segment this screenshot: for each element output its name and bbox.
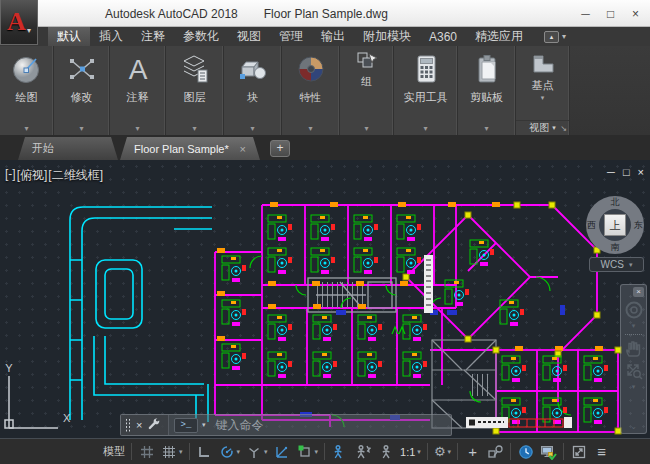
ribbon-tab-featured-apps[interactable]: 精选应用 bbox=[466, 27, 532, 46]
compass-east[interactable]: 东 bbox=[634, 219, 643, 232]
navbar-close-icon[interactable]: × bbox=[633, 287, 644, 297]
panel-block[interactable]: 块 ▾ bbox=[224, 46, 282, 135]
panel-modify[interactable]: 修改 ▾ bbox=[54, 46, 110, 135]
chevron-down-icon[interactable]: ▾ bbox=[202, 421, 206, 429]
divider bbox=[510, 443, 511, 460]
ribbon-tab-annotate[interactable]: 注释 bbox=[132, 27, 174, 46]
panel-expand-icon[interactable]: ▾ bbox=[135, 124, 139, 133]
command-line-grip-area[interactable]: × bbox=[121, 415, 169, 435]
wcs-dropdown[interactable]: WCS ▾ bbox=[589, 257, 644, 272]
object-snap-button[interactable]: ▾ bbox=[294, 441, 322, 463]
drawing-close-button[interactable]: × bbox=[638, 166, 644, 178]
navigation-bar[interactable]: × ▾ ▾ ⌄ bbox=[620, 284, 647, 434]
isolate-objects-button[interactable] bbox=[484, 441, 507, 463]
chevron-down-icon[interactable]: ▾ bbox=[315, 448, 319, 456]
viewport-menu-button[interactable]: [-] bbox=[5, 167, 16, 184]
panel-expand-icon[interactable]: ▾ bbox=[423, 124, 427, 133]
command-close-icon[interactable]: × bbox=[136, 420, 142, 431]
floor-plan-drawing[interactable] bbox=[0, 160, 650, 438]
chevron-down-icon[interactable]: ▾ bbox=[541, 94, 545, 102]
ribbon-tab-parametric[interactable]: 参数化 bbox=[174, 27, 228, 46]
command-line[interactable]: × >_ ▾ 键入命令 bbox=[120, 414, 452, 436]
ribbon-tab-a360[interactable]: A360 bbox=[420, 27, 466, 46]
compass-west[interactable]: 西 bbox=[587, 219, 596, 232]
navigation-wheel-icon[interactable] bbox=[624, 300, 644, 320]
annotation-scale-button[interactable]: 1:1 ▾ bbox=[397, 441, 424, 463]
panel-launcher-icon[interactable]: ↘ bbox=[560, 124, 567, 133]
compass-south[interactable]: 南 bbox=[611, 241, 620, 254]
panel-annotate[interactable]: A 注释 ▾ bbox=[110, 46, 166, 135]
ribbon-tab-output[interactable]: 输出 bbox=[312, 27, 354, 46]
view-cube-top-face[interactable]: 上 bbox=[604, 214, 626, 236]
ortho-mode-button[interactable] bbox=[193, 441, 216, 463]
panel-utilities[interactable]: 实用工具 ▾ bbox=[394, 46, 458, 135]
panel-expand-icon[interactable]: ▾ bbox=[79, 124, 83, 133]
panel-draw[interactable]: 绘图 ▾ bbox=[0, 46, 54, 135]
ribbon-tab-home[interactable]: 默认 bbox=[48, 27, 90, 46]
chevron-down-icon[interactable]: ▾ bbox=[179, 448, 183, 456]
snap-grid-icon bbox=[139, 444, 155, 460]
panel-expand-icon[interactable]: ▾ bbox=[308, 124, 312, 133]
panel-expand-icon[interactable]: ▾ bbox=[24, 124, 28, 133]
trusted-dwg-icon bbox=[540, 444, 557, 460]
drawing-canvas[interactable]: [-] [俯视] [二维线框] ─ □ × 北 南 西 东 上 WCS ▾ × bbox=[0, 160, 650, 438]
chevron-down-icon[interactable]: ▾ bbox=[417, 448, 421, 456]
ribbon-tab-addins[interactable]: 附加模块 bbox=[354, 27, 420, 46]
chevron-down-icon[interactable]: ▾ bbox=[237, 448, 241, 456]
workspace-switching-button[interactable]: ⚙ ▾ bbox=[431, 441, 454, 463]
object-snap-tracking-button[interactable] bbox=[271, 441, 294, 463]
drawing-minimize-button[interactable]: ─ bbox=[607, 166, 615, 178]
snap-mode-button[interactable] bbox=[135, 441, 158, 463]
pan-hand-icon[interactable] bbox=[624, 339, 643, 359]
tab-close-icon[interactable]: × bbox=[240, 143, 246, 155]
panel-expand-icon[interactable]: ▾ bbox=[364, 124, 368, 133]
view-group-footer[interactable]: 视图 ▾ ↘ bbox=[516, 120, 569, 135]
panel-view-base[interactable]: 基点 ▾ 视图 ▾ ↘ bbox=[516, 46, 570, 135]
panel-group[interactable]: 组 ▾ bbox=[340, 46, 394, 135]
tab-start[interactable]: 开始 bbox=[18, 137, 118, 160]
panel-expand-icon[interactable]: ▾ bbox=[250, 124, 254, 133]
application-menu-button[interactable]: A ▾ bbox=[0, 0, 38, 45]
isometric-drafting-button[interactable]: ▾ bbox=[243, 441, 271, 463]
navbar-more-icon[interactable]: ⌄ bbox=[630, 424, 637, 430]
panel-layers[interactable]: 图层 ▾ bbox=[166, 46, 224, 135]
panel-expand-icon[interactable]: ▾ bbox=[192, 124, 196, 133]
annotation-scale-person-button[interactable] bbox=[374, 441, 397, 463]
customization-button[interactable]: ≡ bbox=[590, 441, 613, 463]
polar-tracking-button[interactable]: ▾ bbox=[216, 441, 244, 463]
graphics-performance-button[interactable] bbox=[514, 441, 537, 463]
panel-expand-icon[interactable]: ▾ bbox=[484, 124, 488, 133]
view-control-button[interactable]: [俯视] bbox=[17, 167, 48, 184]
ribbon-tab-manage[interactable]: 管理 bbox=[270, 27, 312, 46]
chevron-down-icon[interactable]: ▾ bbox=[448, 448, 452, 456]
compass-north[interactable]: 北 bbox=[611, 196, 620, 209]
chevron-down-icon[interactable]: ▾ bbox=[632, 383, 636, 391]
close-button[interactable]: × bbox=[623, 3, 648, 25]
ribbon-tab-view[interactable]: 视图 bbox=[228, 27, 270, 46]
visual-style-button[interactable]: [二维线框] bbox=[48, 167, 103, 184]
chevron-down-icon[interactable]: ▾ bbox=[264, 448, 268, 456]
command-prompt-icon[interactable]: >_ bbox=[174, 418, 198, 433]
annotation-monitor-button[interactable]: + bbox=[461, 441, 484, 463]
ribbon-tab-insert[interactable]: 插入 bbox=[90, 27, 132, 46]
minimize-button[interactable]: ─ bbox=[573, 3, 598, 25]
tab-floor-plan-sample[interactable]: Floor Plan Sample* × bbox=[120, 137, 260, 160]
command-input[interactable]: >_ ▾ 键入命令 bbox=[169, 417, 264, 434]
zoom-extents-icon[interactable] bbox=[624, 361, 644, 381]
ribbon-collapse-button[interactable]: ▴ ▾ bbox=[544, 27, 566, 46]
grid-display-button[interactable]: ▾ bbox=[158, 441, 186, 463]
panel-clipboard[interactable]: 剪贴板 ▾ bbox=[458, 46, 516, 135]
model-space-button[interactable]: 模型 bbox=[100, 441, 128, 463]
drag-grip-icon[interactable] bbox=[125, 418, 131, 432]
clean-screen-button[interactable] bbox=[567, 441, 590, 463]
drawing-restore-button[interactable]: □ bbox=[623, 166, 630, 178]
annotation-autoscale-button[interactable] bbox=[351, 441, 374, 463]
view-cube[interactable]: 北 南 西 东 上 bbox=[586, 196, 644, 254]
panel-properties[interactable]: 特性 ▾ bbox=[282, 46, 340, 135]
customize-wrench-icon[interactable] bbox=[147, 417, 160, 433]
trusted-dwg-button[interactable] bbox=[537, 441, 560, 463]
new-tab-button[interactable]: + bbox=[270, 140, 290, 157]
annotation-visibility-button[interactable] bbox=[328, 441, 351, 463]
chevron-down-icon[interactable]: ▾ bbox=[632, 322, 636, 330]
maximize-button[interactable]: □ bbox=[598, 3, 623, 25]
